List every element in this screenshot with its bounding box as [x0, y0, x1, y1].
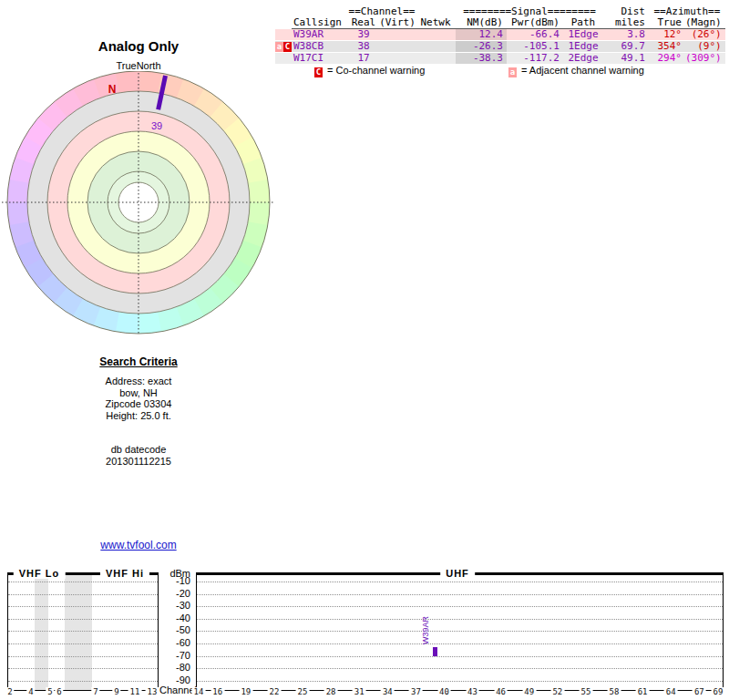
nm-cell: 12.4	[456, 29, 507, 41]
table-row: W39AR 39 12.4 -66.4 1Edge 3.8 12° (26°)	[275, 29, 725, 41]
dbm-gridline	[197, 594, 723, 595]
table-column-header-row: Callsign Real (Virt) Netwk NM(dB) Pwr(dB…	[275, 17, 725, 29]
dbm-tick-label: -70	[176, 650, 190, 662]
channel-axis-label: Channel	[159, 685, 196, 695]
search-criteria-title: Search Criteria	[0, 355, 277, 368]
dbm-tick-label: -60	[176, 637, 190, 649]
tvfool-link[interactable]: www.tvfool.com	[100, 539, 176, 551]
search-criteria-line	[0, 433, 277, 445]
spectrum-panel-uhf: UHF1416192225283134374043464952555861646…	[196, 572, 724, 691]
channel-tick-label: 46	[494, 687, 508, 696]
azimuth-polar-chart: N39	[2, 71, 275, 337]
dbm-tick-label: -20	[176, 588, 190, 600]
col-header-netwk: Netwk	[416, 17, 456, 29]
adjacent-channel-badge: a	[275, 42, 283, 52]
station-signal-bar	[433, 647, 437, 656]
netwk-cell	[416, 29, 456, 41]
col-header-pwr: Pwr(dBm)	[507, 17, 563, 29]
azimuth-true-cell: 294°	[649, 53, 685, 65]
col-header-virt: (Virt)	[379, 17, 416, 29]
channel-spectrum-chart: dBm -10-20-30-40-50-60-70-80-90 Channel …	[0, 567, 729, 700]
dist-group-header: Dist	[603, 6, 649, 17]
virt-channel-cell	[379, 53, 416, 65]
warning-badges	[275, 29, 292, 41]
col-header-path: Path	[563, 17, 603, 29]
dbm-tick-label: -40	[176, 612, 190, 624]
co-channel-legend: C= Co-channel warning	[314, 65, 425, 77]
pwr-cell: -117.2	[507, 53, 563, 65]
channel-tick-label: 9	[112, 687, 120, 696]
channel-tick-label: 22	[267, 687, 281, 696]
dbm-gridline	[197, 619, 723, 620]
site-link-wrap: www.tvfool.com	[0, 539, 277, 551]
path-cell: 2Edge	[563, 53, 603, 65]
col-header-callsign: Callsign	[292, 17, 348, 29]
warning-badges: aC	[275, 41, 292, 53]
dbm-gridline	[197, 606, 723, 607]
dbm-gridline	[8, 594, 158, 595]
table-row: W17CI 17 -38.3 -117.2 2Edge 49.1 294° (3…	[275, 53, 725, 65]
azimuth-group-header: ==Azimuth==	[649, 6, 725, 17]
search-criteria-line: bow, NH	[0, 387, 277, 399]
azimuth-true-cell: 354°	[649, 41, 685, 53]
search-criteria-lines: Address: exactbow, NHZipcode 03304Height…	[0, 376, 277, 467]
channel-tick-label: 43	[466, 687, 479, 696]
channel-tick-label: 5	[46, 687, 54, 696]
spectrum-gap-shade	[65, 575, 92, 690]
dbm-gridline	[197, 582, 723, 582]
callsign-cell: W17CI	[292, 53, 348, 65]
azimuth-magn-cell: (26°)	[685, 29, 725, 41]
station-marker-channel-label: 39	[151, 120, 162, 131]
callsign-cell: W38CB	[292, 41, 348, 53]
virt-channel-cell	[379, 41, 416, 53]
col-header-miles: miles	[603, 17, 649, 29]
co-channel-badge: C	[283, 42, 292, 52]
col-header-nm: NM(dB)	[456, 17, 507, 29]
dbm-gridline	[8, 668, 158, 669]
signal-table: ==Channel== ========Signal======== Dist …	[275, 6, 725, 64]
col-header-magn: (Magn)	[685, 17, 725, 29]
dbm-gridline	[8, 681, 158, 682]
channel-tick-label: 64	[664, 687, 678, 696]
channel-tick-label: 55	[579, 687, 592, 696]
dbm-gridline	[197, 656, 723, 657]
channel-tick-label: 31	[353, 687, 366, 696]
channel-tick-label: 13	[146, 687, 159, 696]
adjacent-channel-legend-text: = Adjacent channel warning	[521, 65, 644, 76]
path-cell: 1Edge	[563, 29, 603, 41]
channel-tick-label: 6	[55, 687, 63, 696]
dbm-gridline	[8, 643, 158, 644]
dbm-gridline	[197, 643, 723, 644]
search-criteria-line: Zipcode 03304	[0, 398, 277, 410]
azimuth-hue-ring-sector	[248, 180, 270, 204]
azimuth-hue-ring-sector	[137, 312, 161, 334]
spectrum-gap-shade	[35, 575, 48, 690]
nm-cell: -38.3	[456, 53, 507, 65]
col-header-real: Real	[348, 17, 379, 29]
band-label: VHF Lo	[14, 568, 66, 579]
channel-tick-label: 19	[239, 687, 252, 696]
north-compass-label: N	[108, 83, 117, 96]
search-criteria-line	[0, 421, 277, 433]
azimuth-magn-cell: (309°)	[685, 53, 725, 65]
dbm-tick-label: -30	[176, 600, 190, 612]
nm-cell: -26.3	[456, 41, 507, 53]
polar-chart-title: Analog Only	[0, 38, 277, 54]
azimuth-hue-ring-sector	[7, 201, 29, 225]
spectrum-panel-vhf: VHF LoVHF Hi2456791113	[7, 572, 159, 691]
dbm-gridline	[197, 631, 723, 632]
dbm-gridline	[8, 582, 158, 582]
real-channel-cell: 38	[348, 41, 379, 53]
adjacent-channel-badge: a	[508, 67, 517, 77]
dbm-gridline	[8, 656, 158, 657]
dbm-gridline	[8, 606, 158, 607]
band-label: VHF Hi	[100, 568, 149, 579]
netwk-cell	[416, 41, 456, 53]
dbm-axis: dBm -10-20-30-40-50-60-70-80-90	[157, 567, 194, 700]
channel-group-header: ==Channel==	[348, 6, 416, 17]
channel-tick-label: 16	[210, 687, 224, 696]
pwr-cell: -105.1	[507, 41, 563, 53]
channel-tick-label: 58	[608, 687, 621, 696]
real-channel-cell: 39	[348, 29, 379, 41]
co-channel-badge: C	[314, 67, 323, 77]
